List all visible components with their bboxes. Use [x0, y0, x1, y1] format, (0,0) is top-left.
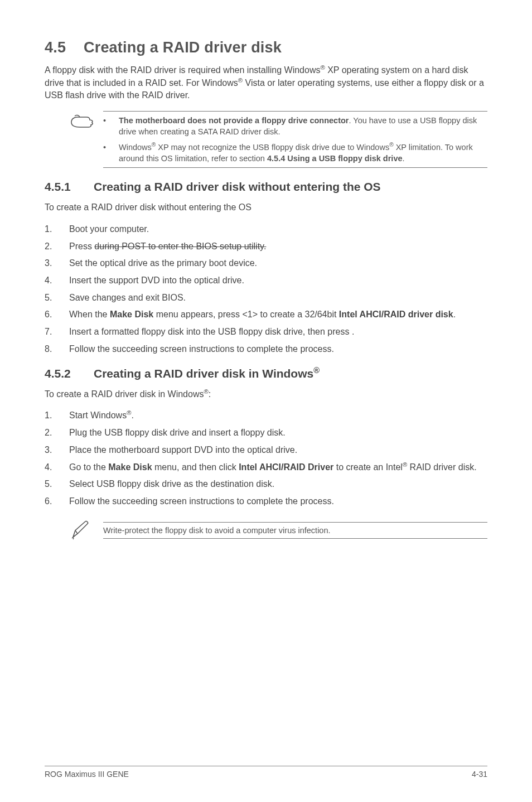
- step-text: Go to the Make Disk menu, and then click…: [69, 461, 487, 474]
- step-number: 5.: [45, 292, 69, 305]
- note-text-col: Write-protect the floppy disk to avoid a…: [103, 522, 487, 539]
- heading-4-5-2: 4.5.2Creating a RAID driver disk in Wind…: [45, 367, 487, 380]
- tip-item: • The motherboard does not provide a flo…: [103, 115, 487, 137]
- step-text: Boot your computer.: [69, 223, 487, 236]
- subheading-title: Creating a RAID driver disk without ente…: [94, 180, 381, 193]
- pencil-icon: [70, 519, 103, 542]
- tip-icon-col: [70, 111, 103, 130]
- step-item: 1.Boot your computer.: [45, 223, 487, 236]
- step-text: Select USB floppy disk drive as the dest…: [69, 478, 487, 491]
- step-text: Follow the succeeding screen instruction…: [69, 495, 487, 508]
- tip-item: • Windows® XP may not recognize the USB …: [103, 142, 487, 164]
- section2-lead: To create a RAID driver disk in Windows®…: [45, 388, 487, 401]
- step-number: 6.: [45, 308, 69, 321]
- step-number: 5.: [45, 478, 69, 491]
- heading-4-5: 4.5Creating a RAID driver disk: [45, 39, 487, 56]
- tip-bold: The motherboard does not provide a flopp…: [119, 116, 349, 125]
- step-number: 6.: [45, 495, 69, 508]
- subheading-title: Creating a RAID driver disk in Windows®: [94, 367, 320, 380]
- page-footer: ROG Maximus III GENE 4-31: [45, 766, 487, 779]
- note-callout: Write-protect the floppy disk to avoid a…: [70, 519, 487, 542]
- step-text: Follow the succeeding screen instruction…: [69, 343, 487, 356]
- bullet-dot-icon: •: [103, 115, 119, 137]
- step-text: Place the motherboard support DVD into t…: [69, 444, 487, 457]
- subheading-number: 4.5.2: [45, 367, 94, 380]
- step-item: 8.Follow the succeeding screen instructi…: [45, 343, 487, 356]
- footer-left: ROG Maximus III GENE: [45, 770, 129, 779]
- heading-4-5-1: 4.5.1Creating a RAID driver disk without…: [45, 180, 487, 194]
- footer-right: 4-31: [472, 770, 487, 779]
- step-item: 6.When the Make Disk menu appears, press…: [45, 308, 487, 321]
- step-text: Start Windows®.: [69, 409, 487, 422]
- step-text: Insert the support DVD into the optical …: [69, 274, 487, 287]
- step-text: Plug the USB floppy disk drive and inser…: [69, 427, 487, 439]
- tip-callout: • The motherboard does not provide a flo…: [70, 111, 487, 168]
- tip-text: • The motherboard does not provide a flo…: [103, 111, 487, 168]
- step-item: 1.Start Windows®.: [45, 409, 487, 422]
- tip-bold: 4.5.4 Using a USB floppy disk drive: [267, 154, 403, 163]
- step-item: 6.Follow the succeeding screen instructi…: [45, 495, 487, 508]
- step-text: Save changes and exit BIOS.: [69, 292, 487, 305]
- note-text: Write-protect the floppy disk to avoid a…: [103, 526, 331, 535]
- step-item: 7.Insert a formatted floppy disk into th…: [45, 326, 487, 339]
- page: 4.5Creating a RAID driver disk A floppy …: [0, 0, 532, 802]
- intro-paragraph: A floppy disk with the RAID driver is re…: [45, 64, 487, 102]
- step-number: 2.: [45, 240, 69, 253]
- heading-title: Creating a RAID driver disk: [84, 39, 282, 56]
- bullet-dot-icon: •: [103, 142, 119, 164]
- step-number: 3.: [45, 257, 69, 270]
- tip-tail: .: [403, 154, 405, 163]
- note-icon-col: [70, 519, 103, 542]
- step-item: 3.Set the optical drive as the primary b…: [45, 257, 487, 270]
- step-number: 3.: [45, 444, 69, 457]
- step-number: 1.: [45, 223, 69, 236]
- subheading-number: 4.5.1: [45, 180, 94, 194]
- step-text: Press during POST to enter the BIOS setu…: [69, 240, 487, 253]
- step-text: Set the optical drive as the primary boo…: [69, 257, 487, 270]
- step-number: 2.: [45, 427, 69, 439]
- step-item: 4.Insert the support DVD into the optica…: [45, 274, 487, 287]
- step-item: 4.Go to the Make Disk menu, and then cli…: [45, 461, 487, 474]
- step-number: 1.: [45, 409, 69, 422]
- step-item: 3.Place the motherboard support DVD into…: [45, 444, 487, 457]
- step-item: 5.Save changes and exit BIOS.: [45, 292, 487, 305]
- section1-steps: 1.Boot your computer. 2.Press during POS…: [45, 223, 487, 356]
- step-item: 2.Press during POST to enter the BIOS se…: [45, 240, 487, 253]
- step-number: 7.: [45, 326, 69, 339]
- step-number: 4.: [45, 274, 69, 287]
- section1-lead: To create a RAID driver disk without ent…: [45, 201, 487, 214]
- step-text: When the Make Disk menu appears, press <…: [69, 308, 487, 321]
- step-number: 8.: [45, 343, 69, 356]
- step-text: Insert a formatted floppy disk into the …: [69, 326, 487, 339]
- step-number: 4.: [45, 461, 69, 474]
- step-item: 2.Plug the USB floppy disk drive and ins…: [45, 427, 487, 439]
- step-item: 5.Select USB floppy disk drive as the de…: [45, 478, 487, 491]
- section2-steps: 1.Start Windows®. 2.Plug the USB floppy …: [45, 409, 487, 508]
- hand-point-icon: [70, 112, 103, 130]
- heading-number: 4.5: [45, 39, 84, 56]
